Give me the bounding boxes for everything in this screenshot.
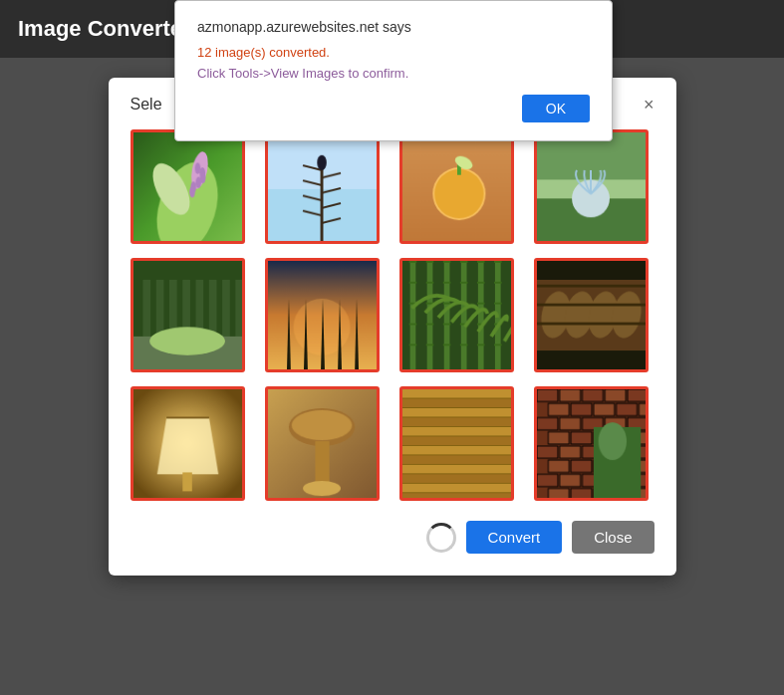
browser-dialog-message1: 12 image(s) converted. — [197, 45, 590, 60]
ok-button[interactable]: OK — [522, 95, 590, 122]
browser-dialog-overlay: azmonapp.azurewebsites.net says 12 image… — [0, 0, 784, 695]
browser-dialog-message2: Click Tools->View Images to confirm. — [197, 66, 590, 81]
browser-dialog-title: azmonapp.azurewebsites.net says — [197, 19, 590, 35]
browser-dialog: azmonapp.azurewebsites.net says 12 image… — [174, 0, 613, 141]
